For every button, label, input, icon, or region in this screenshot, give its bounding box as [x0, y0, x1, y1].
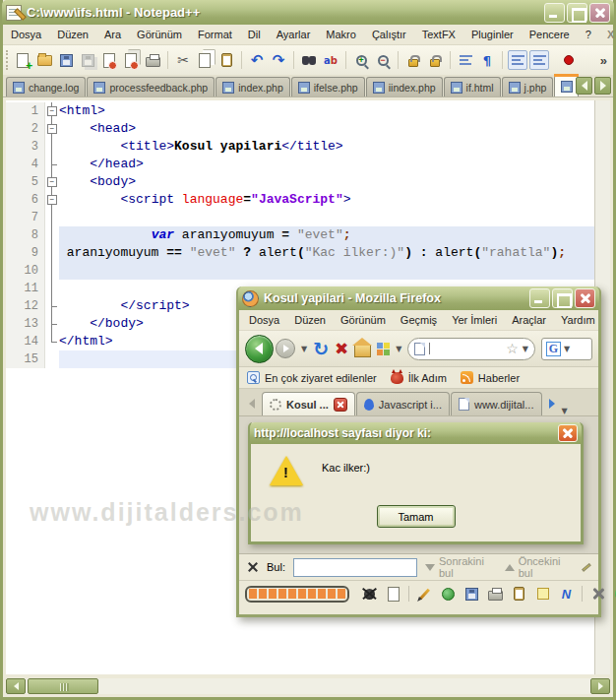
- fold-margin[interactable]: [45, 280, 59, 297]
- save-all-icon[interactable]: [78, 50, 97, 70]
- find-input[interactable]: [293, 558, 417, 577]
- bookmark-devil[interactable]: İlk Adım: [391, 372, 447, 384]
- menu-item-makro[interactable]: Makro: [326, 29, 356, 40]
- search-box[interactable]: G ▼: [541, 338, 592, 360]
- record-macro-icon[interactable]: [559, 50, 579, 70]
- zoom-in-icon[interactable]: +: [351, 50, 371, 70]
- word-wrap-icon[interactable]: [456, 50, 475, 70]
- firefox-minimize-button[interactable]: [529, 288, 550, 308]
- sync-scroll-h-icon[interactable]: [425, 50, 445, 70]
- address-bar[interactable]: ☆ ▼: [407, 338, 535, 360]
- tabs-scroll-right-icon[interactable]: [543, 394, 561, 414]
- bookmark-star-icon[interactable]: ☆: [506, 342, 519, 355]
- toolbar-overflow-chevron[interactable]: »: [600, 53, 609, 68]
- menu-item-?[interactable]: ?: [585, 29, 591, 40]
- statusbar-note-icon[interactable]: [534, 586, 551, 603]
- tab-if-html[interactable]: if.html: [444, 77, 501, 96]
- firefox-tab[interactable]: www.dijital...: [451, 392, 542, 415]
- code-line-7[interactable]: 7: [6, 209, 594, 226]
- close-file-icon[interactable]: [99, 50, 119, 70]
- firefox-tab[interactable]: Kosul ...: [262, 392, 355, 415]
- firefox-close-button[interactable]: [575, 288, 595, 308]
- hscroll-right-button[interactable]: [590, 678, 610, 694]
- tab-scroll-right-button[interactable]: [594, 77, 611, 95]
- fold-margin[interactable]: −: [45, 120, 59, 138]
- tab-index-php[interactable]: index.php: [216, 77, 290, 96]
- grid-dropdown-icon[interactable]: ▼: [396, 345, 401, 353]
- history-dropdown-icon[interactable]: ▼: [301, 345, 307, 353]
- find-icon[interactable]: [299, 50, 319, 70]
- new-file-icon[interactable]: [13, 50, 32, 70]
- tab-close-icon[interactable]: [334, 398, 347, 412]
- undo-icon[interactable]: ↶: [247, 50, 267, 70]
- code-line-4[interactable]: 4 </head>: [6, 156, 594, 173]
- statusbar-globe-icon[interactable]: [440, 586, 457, 603]
- menu-item-dosya[interactable]: Dosya: [11, 29, 41, 40]
- menu-item-d-zen[interactable]: Düzen: [294, 314, 326, 326]
- google-search-icon[interactable]: G: [546, 342, 561, 356]
- fold-margin[interactable]: [45, 244, 59, 262]
- statusbar-bug-icon[interactable]: [361, 586, 378, 603]
- statusbar-floppy-icon[interactable]: [463, 586, 480, 603]
- menu-item-textfx[interactable]: TextFX: [422, 29, 456, 40]
- back-button[interactable]: [245, 335, 274, 363]
- doc-map-icon[interactable]: [508, 50, 527, 70]
- fold-margin[interactable]: −: [45, 173, 59, 191]
- print-icon[interactable]: [143, 50, 162, 70]
- replace-icon[interactable]: ab: [321, 50, 340, 70]
- menu-item-pencere[interactable]: Pencere: [529, 29, 570, 40]
- menu-item-ara-lar[interactable]: Araçlar: [512, 314, 546, 326]
- tab-processfeedback-php[interactable]: processfeedback.php: [87, 77, 215, 96]
- reload-icon[interactable]: ↻: [313, 340, 329, 358]
- sync-scroll-v-icon[interactable]: [403, 50, 423, 70]
- code-line-1[interactable]: 1−<html>: [6, 102, 594, 120]
- tab-iindex-php[interactable]: iindex.php: [366, 77, 443, 96]
- bookmark-rss[interactable]: Haberler: [461, 371, 520, 384]
- fold-margin[interactable]: [45, 333, 59, 350]
- code-line-3[interactable]: 3 <title>Kosul yapilari</title>: [6, 138, 594, 156]
- statusbar-printer-icon[interactable]: [487, 586, 504, 603]
- menu-item-dosya[interactable]: Dosya: [249, 314, 279, 326]
- tab-scroll-left-button[interactable]: [576, 77, 592, 95]
- function-list-icon[interactable]: [529, 50, 549, 70]
- menu-item--al-t-r[interactable]: Çalıştır: [372, 29, 406, 40]
- fold-margin[interactable]: [45, 262, 59, 280]
- menu-item-g-r-n-m[interactable]: Görünüm: [340, 314, 386, 326]
- statusbar-new-page-icon[interactable]: [385, 586, 401, 603]
- tab-change-log[interactable]: change.log: [6, 77, 86, 96]
- statusbar-clipboard-icon[interactable]: [511, 586, 527, 603]
- copy-icon[interactable]: [195, 50, 215, 70]
- tab-ifelse-php[interactable]: ifelse.php: [291, 77, 365, 96]
- statusbar-lightning-icon[interactable]: N: [558, 586, 575, 603]
- search-engine-dropdown-icon[interactable]: ▼: [564, 345, 570, 353]
- tab-j-php[interactable]: j.php: [502, 77, 554, 96]
- firefox-maximize-button[interactable]: [552, 288, 573, 308]
- menu-item-dil[interactable]: Dil: [248, 29, 261, 40]
- code-line-10[interactable]: 10: [6, 262, 594, 280]
- notepadpp-titlebar[interactable]: C:\www\ifs.html - Notepad++: [2, 0, 614, 25]
- alert-titlebar[interactable]: http://localhost sayfası diyor ki:: [250, 422, 582, 444]
- code-line-9[interactable]: 9 aranıyomuyum == "evet" ? alert("Kac il…: [6, 244, 594, 262]
- tabs-list-dropdown-icon[interactable]: ▼: [562, 407, 568, 415]
- fold-margin[interactable]: −: [45, 102, 59, 120]
- bookmark-magnifier[interactable]: En çok ziyaret edilenler: [247, 371, 377, 384]
- menu-item-yard-m[interactable]: Yardım: [561, 314, 595, 326]
- fold-margin[interactable]: [45, 297, 59, 315]
- statusbar-pencil-icon[interactable]: [416, 586, 433, 603]
- ok-button[interactable]: Tamam: [377, 505, 456, 528]
- menu-item-ayarlar[interactable]: Ayarlar: [277, 29, 311, 40]
- fold-margin[interactable]: [45, 209, 59, 226]
- highlight-all-icon[interactable]: [582, 563, 590, 571]
- code-line-8[interactable]: 8 var aranıyomuyum = "evet";: [6, 226, 594, 244]
- menu-item-d-zen[interactable]: Düzen: [57, 29, 89, 40]
- save-icon[interactable]: [56, 50, 76, 70]
- fold-margin[interactable]: [45, 226, 59, 244]
- menu-item-ara[interactable]: Ara: [104, 29, 121, 40]
- show-all-chars-icon[interactable]: ¶: [477, 50, 497, 70]
- firefox-tab[interactable]: Javascript i...: [356, 392, 450, 415]
- menu-item-ge-mi-[interactable]: Geçmiş: [400, 314, 437, 326]
- forward-button[interactable]: [276, 339, 295, 358]
- redo-icon[interactable]: ↷: [269, 50, 288, 70]
- alert-close-button[interactable]: [558, 424, 578, 442]
- find-next-button[interactable]: Sonrakini bul: [425, 555, 497, 579]
